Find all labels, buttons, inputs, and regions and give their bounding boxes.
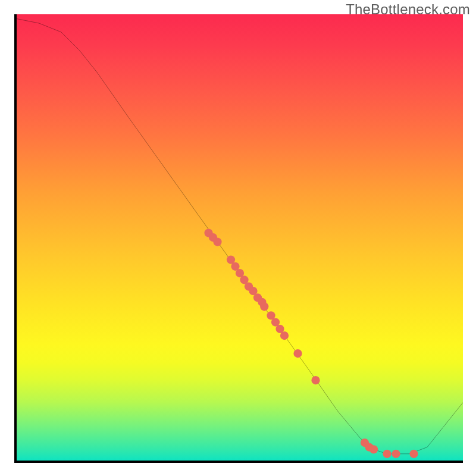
data-marker: [280, 331, 289, 340]
data-marker: [260, 302, 268, 311]
data-marker: [213, 237, 221, 246]
data-marker: [409, 450, 418, 458]
data-marker: [383, 450, 391, 458]
data-marker: [293, 349, 302, 358]
marker-group: [204, 228, 418, 458]
chart-frame: TheBottleneck.com: [0, 0, 476, 476]
curve-line: [17, 19, 463, 454]
data-marker: [392, 450, 400, 458]
watermark-text: TheBottleneck.com: [346, 1, 470, 18]
data-marker: [311, 376, 320, 384]
plot-area: [14, 14, 463, 463]
data-marker: [369, 445, 378, 453]
chart-svg: [17, 14, 463, 461]
